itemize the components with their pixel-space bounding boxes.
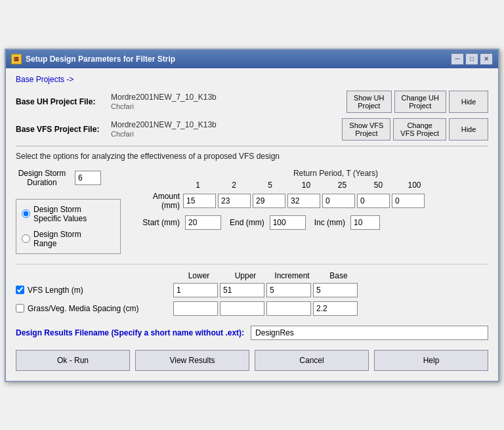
amount-label: Amount(mm) <box>131 192 180 210</box>
amount-input-10[interactable] <box>287 194 320 208</box>
app-icon: ⊞ <box>11 54 22 64</box>
amount-input-5[interactable] <box>253 194 285 208</box>
content-area: Base Projects -> Base UH Project File: M… <box>6 68 498 381</box>
storm-left: Design StormDuration Design StormSpecifi… <box>16 169 121 254</box>
rp-col-10: 10 <box>288 181 324 190</box>
lower-header: Lower <box>177 271 221 280</box>
specific-values-label: Design StormSpecific Values <box>33 205 87 223</box>
close-button[interactable]: ✕ <box>480 53 493 65</box>
grass-inputs <box>173 301 358 316</box>
rp-col-5: 5 <box>252 181 288 190</box>
uh-project-buttons: Show UHProject Change UHProject Hide <box>346 91 488 113</box>
title-bar: ⊞ Setup Design Parameters for Filter Str… <box>6 50 498 68</box>
show-vfs-project-button[interactable]: Show VFSProject <box>342 118 390 140</box>
vfs-section: Lower Upper Increment Base VFS Length (m… <box>16 264 488 316</box>
vfs-length-inputs <box>173 283 358 297</box>
start-label: Start (mm) <box>131 218 180 227</box>
show-uh-project-button[interactable]: Show UHProject <box>346 91 391 113</box>
range-radio[interactable] <box>22 234 30 243</box>
vfs-length-lower[interactable] <box>173 283 218 297</box>
rp-col-25: 25 <box>324 181 360 190</box>
grass-increment[interactable] <box>266 301 311 316</box>
vfs-length-increment[interactable] <box>266 283 311 297</box>
cancel-button[interactable]: Cancel <box>255 350 369 371</box>
specific-values-radio[interactable] <box>22 209 30 218</box>
inc-input[interactable] <box>350 215 380 230</box>
design-results-row: Design Results Filename (Specify a short… <box>16 326 488 340</box>
base-projects-link[interactable]: Base Projects -> <box>16 75 74 84</box>
rp-col-1: 1 <box>180 181 216 190</box>
hide-uh-button[interactable]: Hide <box>449 91 488 113</box>
range-radio-row[interactable]: Design StormRange <box>22 230 115 248</box>
grass-row: Grass/Veg. Media Spacing (cm) <box>16 301 488 316</box>
duration-input[interactable] <box>75 171 101 185</box>
specific-values-radio-row[interactable]: Design StormSpecific Values <box>22 205 115 223</box>
uh-project-label: Base UH Project File: <box>16 97 104 106</box>
storm-right: Return Period, T (Years) 1 2 5 10 25 50 … <box>131 169 488 254</box>
upper-header: Upper <box>223 271 268 280</box>
divider-1 <box>16 146 488 146</box>
amount-input-2[interactable] <box>218 194 251 208</box>
design-results-label: Design Results Filename (Specify a short… <box>16 328 244 337</box>
minimize-button[interactable]: ─ <box>451 53 464 65</box>
range-label: Design StormRange <box>33 230 81 248</box>
view-results-button[interactable]: View Results <box>135 350 249 371</box>
uh-project-value: Mordre2001NEW_7_10_K13bChcfari <box>111 93 340 111</box>
vfs-length-base[interactable] <box>313 283 358 297</box>
title-bar-controls: ─ □ ✕ <box>451 53 493 65</box>
duration-row: Design StormDuration <box>16 169 121 187</box>
grass-checkbox-area: Grass/Veg. Media Spacing (cm) <box>16 304 173 313</box>
range-row: Start (mm) End (mm) Inc (mm) <box>131 215 488 230</box>
amount-input-100[interactable] <box>392 194 425 208</box>
rp-inputs <box>183 194 425 208</box>
storm-section: Design StormDuration Design StormSpecifi… <box>16 169 488 254</box>
hide-vfs-button[interactable]: Hide <box>449 118 488 140</box>
change-vfs-project-button[interactable]: ChangeVFS Project <box>393 118 446 140</box>
rp-col-100: 100 <box>396 181 432 190</box>
vfs-project-buttons: Show VFSProject ChangeVFS Project Hide <box>342 118 488 140</box>
vfs-length-upper[interactable] <box>220 283 264 297</box>
vfs-project-label: Base VFS Project File: <box>16 125 104 134</box>
vfs-length-checkbox[interactable] <box>16 286 24 294</box>
rp-col-labels: 1 2 5 10 25 50 100 <box>180 181 488 190</box>
return-period-label: Return Period, T (Years) <box>183 169 488 178</box>
rp-col-2: 2 <box>216 181 252 190</box>
base-header: Base <box>316 271 361 280</box>
main-window: ⊞ Setup Design Parameters for Filter Str… <box>5 49 499 382</box>
vfs-project-row: Base VFS Project File: Mordre2001NEW_7_1… <box>16 118 488 140</box>
amount-input-25[interactable] <box>322 194 355 208</box>
vfs-length-label: VFS Length (m) <box>28 286 83 295</box>
design-results-input[interactable] <box>251 326 488 340</box>
rp-col-50: 50 <box>360 181 396 190</box>
uh-project-row: Base UH Project File: Mordre2001NEW_7_10… <box>16 91 488 113</box>
grass-lower[interactable] <box>173 301 218 316</box>
amount-input-50[interactable] <box>357 194 390 208</box>
amount-input-1[interactable] <box>183 194 216 208</box>
increment-header: Increment <box>270 271 314 280</box>
change-uh-project-button[interactable]: Change UHProject <box>394 91 446 113</box>
vfs-length-row: VFS Length (m) <box>16 283 488 297</box>
end-input[interactable] <box>270 215 306 230</box>
help-button[interactable]: Help <box>374 350 488 371</box>
grass-label: Grass/Veg. Media Spacing (cm) <box>28 304 138 313</box>
maximize-button[interactable]: □ <box>465 53 478 65</box>
duration-label: Design StormDuration <box>16 169 68 187</box>
amount-section: Amount(mm) <box>131 192 488 210</box>
window-title: Setup Design Parameters for Filter Strip <box>26 54 175 64</box>
vfs-col-headers: Lower Upper Increment Base <box>177 271 488 280</box>
title-bar-left: ⊞ Setup Design Parameters for Filter Str… <box>11 54 175 64</box>
inc-label: Inc (mm) <box>314 218 345 227</box>
end-label: End (mm) <box>230 218 264 227</box>
grass-checkbox[interactable] <box>16 304 24 312</box>
start-input[interactable] <box>185 215 221 230</box>
section-description: Select the options for analyzing the eff… <box>16 152 488 161</box>
ok-run-button[interactable]: Ok - Run <box>16 350 130 371</box>
grass-upper[interactable] <box>220 301 264 316</box>
grass-base[interactable] <box>313 301 358 316</box>
vfs-length-checkbox-area: VFS Length (m) <box>16 286 173 295</box>
radio-box: Design StormSpecific Values Design Storm… <box>16 199 121 254</box>
bottom-buttons: Ok - Run View Results Cancel Help <box>16 350 488 371</box>
vfs-project-value: Mordre2001NEW_7_10_K13bChcfari <box>111 120 335 139</box>
